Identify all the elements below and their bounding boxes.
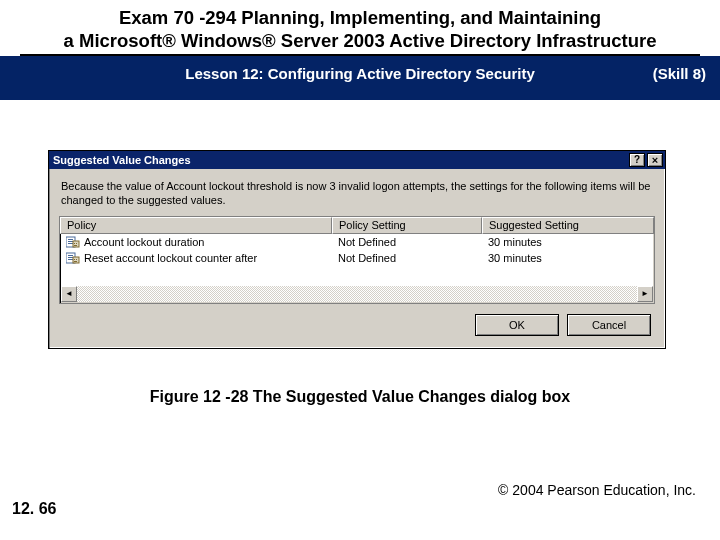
close-button[interactable]: × [647, 153, 663, 167]
svg-rect-2 [68, 241, 73, 242]
dialog-suggested-value-changes: Suggested Value Changes ? × Because the … [48, 150, 666, 349]
close-icon: × [652, 155, 658, 166]
table-row[interactable]: Account lockout duration Not Defined 30 … [60, 234, 654, 250]
policy-icon [66, 236, 80, 248]
lesson-bar: Lesson 12: Configuring Active Directory … [0, 56, 720, 100]
skill-label: (Skill 8) [653, 65, 706, 82]
dialog-button-row: OK Cancel [59, 304, 655, 340]
svg-rect-14 [76, 259, 77, 260]
cancel-button[interactable]: Cancel [567, 314, 651, 336]
page-number: 12. 66 [12, 500, 56, 518]
listview-header: Policy Policy Setting Suggested Setting [60, 217, 654, 234]
copyright: © 2004 Pearson Education, Inc. [498, 482, 696, 498]
dialog-title: Suggested Value Changes [53, 154, 627, 166]
cell-policy-text: Account lockout duration [84, 236, 204, 248]
table-row[interactable]: Reset account lockout counter after Not … [60, 250, 654, 266]
cell-policy: Reset account lockout counter after [60, 252, 332, 264]
column-header-policy-setting[interactable]: Policy Setting [332, 217, 482, 234]
cell-policy-setting: Not Defined [332, 236, 482, 248]
svg-rect-10 [68, 257, 73, 258]
scroll-left-button[interactable]: ◄ [61, 286, 77, 302]
cell-suggested-setting: 30 minutes [482, 236, 654, 248]
course-title: Exam 70 -294 Planning, Implementing, and… [20, 6, 700, 52]
policy-listview[interactable]: Policy Policy Setting Suggested Setting … [59, 216, 655, 304]
horizontal-scrollbar[interactable]: ◄ ► [61, 286, 653, 302]
figure-caption: Figure 12 -28 The Suggested Value Change… [0, 388, 720, 406]
column-header-suggested-setting[interactable]: Suggested Setting [482, 217, 654, 234]
svg-rect-5 [74, 243, 75, 244]
cell-suggested-setting: 30 minutes [482, 252, 654, 264]
scroll-right-button[interactable]: ► [637, 286, 653, 302]
dialog-explanation: Because the value of Account lockout thr… [59, 177, 655, 216]
svg-rect-9 [68, 255, 73, 256]
column-header-policy[interactable]: Policy [60, 217, 332, 234]
svg-rect-15 [74, 261, 77, 262]
cell-policy-text: Reset account lockout counter after [84, 252, 257, 264]
course-title-line2: a Microsoft® Windows® Server 2003 Active… [64, 30, 657, 51]
course-title-line1: Exam 70 -294 Planning, Implementing, and… [119, 7, 601, 28]
svg-rect-7 [74, 245, 77, 246]
svg-rect-6 [76, 243, 77, 244]
svg-rect-3 [68, 243, 73, 244]
dialog-titlebar[interactable]: Suggested Value Changes ? × [49, 151, 665, 169]
svg-rect-11 [68, 259, 73, 260]
cell-policy: Account lockout duration [60, 236, 332, 248]
chevron-right-icon: ► [641, 290, 649, 298]
help-icon: ? [634, 155, 640, 165]
help-button[interactable]: ? [629, 153, 645, 167]
svg-rect-1 [68, 239, 73, 240]
policy-icon [66, 252, 80, 264]
dialog-body: Because the value of Account lockout thr… [49, 169, 665, 348]
figure-area: Suggested Value Changes ? × Because the … [48, 150, 668, 349]
ok-button[interactable]: OK [475, 314, 559, 336]
chevron-left-icon: ◄ [65, 290, 73, 298]
listview-rows: Account lockout duration Not Defined 30 … [60, 234, 654, 266]
header-block: Exam 70 -294 Planning, Implementing, and… [0, 0, 720, 54]
lesson-title: Lesson 12: Configuring Active Directory … [0, 65, 720, 82]
scroll-track[interactable] [77, 286, 637, 302]
svg-rect-13 [74, 259, 75, 260]
slide: Exam 70 -294 Planning, Implementing, and… [0, 0, 720, 540]
cell-policy-setting: Not Defined [332, 252, 482, 264]
